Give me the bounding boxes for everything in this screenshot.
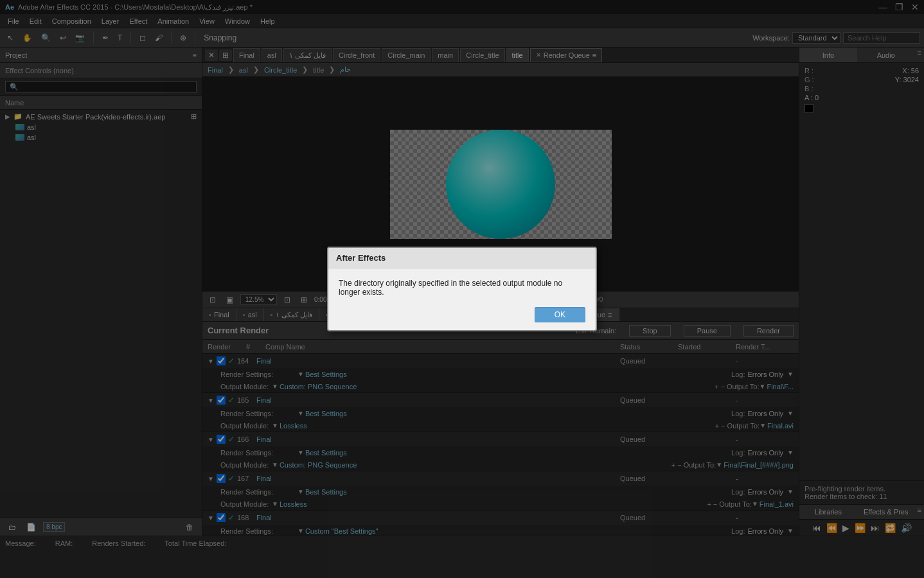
- dialog-footer: OK: [328, 302, 596, 330]
- after-effects-dialog: After Effects The directory originally s…: [327, 247, 597, 331]
- dialog-title-bar: After Effects: [328, 248, 596, 268]
- dialog-body: The directory originally specified in th…: [328, 268, 596, 302]
- dialog-overlay: After Effects The directory originally s…: [0, 0, 924, 578]
- dialog-ok-button[interactable]: OK: [535, 307, 585, 322]
- dialog-message: The directory originally specified in th…: [339, 279, 562, 297]
- dialog-title-label: After Effects: [336, 253, 386, 263]
